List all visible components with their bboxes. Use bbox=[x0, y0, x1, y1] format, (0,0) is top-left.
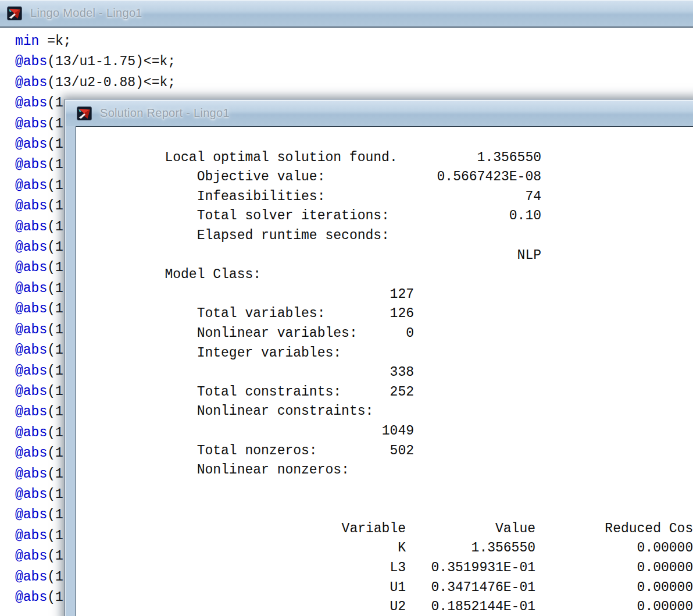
code-line: @abs(13/u1-1.75)<=k; bbox=[15, 52, 693, 72]
code-keyword: @abs bbox=[15, 384, 47, 399]
code-keyword: @abs bbox=[15, 487, 47, 502]
code-keyword: @abs bbox=[15, 590, 47, 605]
code-keyword: @abs bbox=[15, 446, 47, 461]
stat-value: 126 bbox=[76, 304, 414, 324]
nonzero-stats: Total nonzeros: 1049 Nonlinear nonzeros:… bbox=[76, 422, 693, 461]
lingo-app-icon[interactable] bbox=[76, 105, 92, 122]
lingo-application: Lingo Model - Lingo1 min =k; @abs(13/u1-… bbox=[0, 0, 693, 616]
code-text: (1 bbox=[47, 507, 63, 522]
code-text: (1 bbox=[47, 446, 63, 461]
table-header-row: Variable Value Reduced Cost bbox=[76, 519, 693, 539]
code-keyword: @abs bbox=[15, 343, 47, 358]
code-text: (1 bbox=[47, 95, 63, 111]
code-keyword: @abs bbox=[15, 301, 47, 316]
report-content[interactable]: Local optimal solution found. Objective … bbox=[76, 126, 693, 616]
table-header-reduced-cost: Reduced Cost bbox=[76, 519, 693, 539]
table-cell-reduced-cost: 0.000000 bbox=[76, 597, 693, 616]
code-text: (1 bbox=[47, 137, 63, 152]
code-keyword: @abs bbox=[15, 364, 47, 379]
summary-stats: Objective value: 1.356550 Infeasibilitie… bbox=[76, 148, 693, 226]
code-keyword: @abs bbox=[15, 157, 47, 172]
code-keyword: @abs bbox=[15, 549, 47, 564]
stat-value: 0.5667423E-08 bbox=[76, 168, 541, 187]
solution-report-window: Solution Report - Lingo1 Local optimal s… bbox=[65, 99, 693, 616]
code-keyword: @abs bbox=[15, 75, 47, 90]
code-keyword: @abs bbox=[15, 137, 47, 152]
code-text: (1 bbox=[47, 281, 63, 296]
stat-value: 0 bbox=[76, 324, 414, 344]
code-text: (1 bbox=[47, 549, 63, 564]
stat-value: 0.10 bbox=[76, 206, 541, 226]
code-line: @abs(13/u2-0.88)<=k; bbox=[15, 73, 693, 93]
code-keyword: @abs bbox=[15, 178, 47, 193]
stat-row: Infeasibilities: 0.5667423E-08 bbox=[76, 168, 693, 187]
code-text: (1 bbox=[47, 198, 63, 213]
code-text: (13/u2-0.88)<=k; bbox=[47, 75, 176, 90]
constraint-stats: Total constraints: 338 Nonlinear constra… bbox=[76, 363, 693, 402]
model-window-title: Lingo Model - Lingo1 bbox=[30, 6, 142, 20]
code-keyword: @abs bbox=[15, 219, 47, 234]
status-line: Local optimal solution found. bbox=[76, 129, 693, 148]
table-cell-reduced-cost: 0.000000 bbox=[76, 539, 693, 558]
code-keyword: @abs bbox=[15, 425, 47, 440]
code-text: (1 bbox=[47, 384, 63, 399]
stat-row: Total nonzeros: 1049 bbox=[76, 422, 693, 441]
model-window-titlebar[interactable]: Lingo Model - Lingo1 bbox=[0, 0, 693, 27]
code-keyword: @abs bbox=[15, 95, 47, 111]
code-keyword: @abs bbox=[15, 198, 47, 213]
stat-label: Nonlinear constraints: bbox=[197, 404, 374, 419]
code-text: (1 bbox=[47, 157, 63, 172]
code-text: (1 bbox=[47, 487, 63, 502]
stat-value: 1.356550 bbox=[76, 148, 541, 168]
code-keyword: @abs bbox=[15, 260, 47, 275]
stat-row: Nonlinear constraints: 252 bbox=[76, 383, 693, 403]
code-text: (1 bbox=[47, 343, 63, 358]
stat-value: 252 bbox=[76, 383, 414, 403]
stat-label: Elapsed runtime seconds: bbox=[197, 228, 390, 243]
code-text: (1 bbox=[47, 528, 63, 543]
table-row: U1 0.3471476E-01 0.000000 bbox=[76, 578, 693, 598]
code-keyword: @abs bbox=[15, 467, 47, 482]
stat-row: Elapsed runtime seconds: 0.10 bbox=[76, 206, 693, 226]
code-text: (1 bbox=[47, 569, 63, 585]
stat-value: 1049 bbox=[76, 422, 414, 441]
variable-stats: Total variables: 127 Nonlinear variables… bbox=[76, 285, 693, 344]
stat-label: Model Class: bbox=[165, 267, 261, 282]
code-text: (1 bbox=[47, 240, 63, 255]
stat-row: Objective value: 1.356550 bbox=[76, 148, 693, 168]
stat-label: Integer variables: bbox=[197, 346, 341, 361]
report-window-titlebar[interactable]: Solution Report - Lingo1 bbox=[66, 100, 693, 126]
stat-row: Total constraints: 338 bbox=[76, 363, 693, 383]
report-window-title: Solution Report - Lingo1 bbox=[100, 106, 230, 120]
code-keyword: @abs bbox=[15, 569, 47, 585]
variable-table: K 1.356550 0.000000 L3 0.3519931E-01 0.0… bbox=[76, 539, 693, 616]
stat-row: Total solver iterations: 74 bbox=[76, 187, 693, 207]
model-class-row: Model Class: NLP bbox=[76, 246, 693, 266]
stat-row: Nonlinear nonzeros: 502 bbox=[76, 441, 693, 461]
code-keyword: @abs bbox=[15, 404, 47, 419]
code-keyword: @abs bbox=[15, 281, 47, 296]
code-keyword: @abs bbox=[15, 240, 47, 255]
stat-value: 74 bbox=[76, 187, 541, 207]
code-text: (1 bbox=[47, 322, 63, 337]
table-row: U2 0.1852144E-01 0.000000 bbox=[76, 597, 693, 616]
code-text: (1 bbox=[47, 116, 63, 131]
code-keyword: min bbox=[15, 34, 39, 49]
code-keyword: @abs bbox=[15, 116, 47, 131]
code-line: min =k; bbox=[15, 31, 693, 52]
stat-label: Nonlinear nonzeros: bbox=[197, 462, 349, 478]
stat-row: Integer variables: 0 bbox=[76, 324, 693, 344]
code-text: (1 bbox=[47, 364, 63, 379]
stat-value: 338 bbox=[76, 363, 414, 383]
code-text: (1 bbox=[47, 260, 63, 275]
code-text: (1 bbox=[47, 178, 63, 193]
code-keyword: @abs bbox=[15, 54, 47, 69]
table-cell-reduced-cost: 0.000000 bbox=[76, 578, 693, 598]
code-text: (1 bbox=[47, 590, 63, 605]
code-keyword: @abs bbox=[15, 507, 47, 522]
code-text: (1 bbox=[47, 219, 63, 234]
code-text: (1 bbox=[47, 301, 63, 316]
stat-value: 502 bbox=[76, 441, 414, 461]
lingo-app-icon[interactable] bbox=[6, 5, 23, 22]
stat-row: Total variables: 127 bbox=[76, 285, 693, 305]
